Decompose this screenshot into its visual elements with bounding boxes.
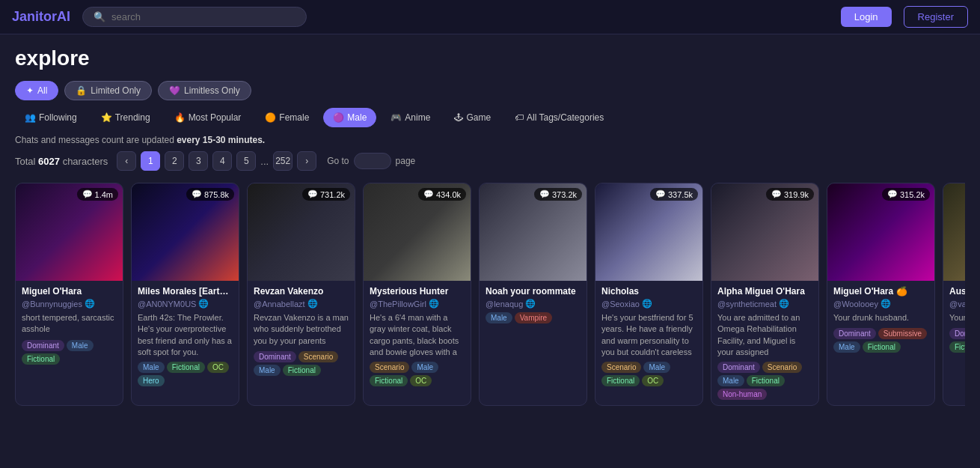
nav-following[interactable]: 👥 Following <box>15 108 87 127</box>
tag-fictional: Fictional <box>370 375 408 386</box>
tag-scenario: Scenario <box>601 362 641 373</box>
card-title: Miguel O'Hara 🍊 <box>833 286 928 297</box>
search-bar[interactable]: 🔍 <box>82 7 307 27</box>
logo: JanitorAI <box>12 9 70 25</box>
tag-dominant: Dominant <box>949 328 965 339</box>
card-title: Miles Morales [Earth-42] <box>138 286 233 297</box>
page-1-button[interactable]: 1 <box>141 151 160 171</box>
card-count: 💬 1.4m <box>77 188 118 201</box>
next-page-button[interactable]: › <box>297 151 316 171</box>
verified-icon: 🌐 <box>881 299 891 309</box>
login-button[interactable]: Login <box>841 7 892 27</box>
pagination: Total 6027 characters ‹ 1 2 3 4 5 ... 25… <box>15 151 965 171</box>
card-description: Earth 42s: The Prowler. He's your overpr… <box>138 312 233 357</box>
game-icon: 🕹 <box>454 112 463 123</box>
tag-row: MaleFictionalOCHero <box>138 362 233 386</box>
search-icon: 🔍 <box>94 11 105 22</box>
page-last-button[interactable]: 252 <box>273 151 293 171</box>
card-image-wrap: 💬 315.2k <box>827 183 934 281</box>
card-8[interactable]: 💬 315.0k Austin @vabygroll 🌐 Your best f… <box>943 183 965 406</box>
tag-fictional: Fictional <box>283 365 321 376</box>
tag-fictional: Fictional <box>601 375 640 386</box>
register-button[interactable]: Register <box>904 6 968 28</box>
verified-icon: 🌐 <box>525 299 536 309</box>
card-creator: @lenaqug 🌐 <box>486 299 581 309</box>
search-input[interactable] <box>111 11 295 22</box>
creator-name: @Bunnynuggies <box>22 300 82 309</box>
card-title: Nicholas <box>601 286 696 297</box>
card-body: Miguel O'Hara @Bunnynuggies 🌐 short temp… <box>16 281 123 370</box>
nav-all-tags[interactable]: 🏷 All Tags/Categories <box>505 108 613 127</box>
card-description: He's your bestfriend for 5 years. He hav… <box>601 312 696 357</box>
info-bar: Chats and messages count are updated eve… <box>15 135 965 145</box>
card-image-wrap: 💬 875.8k <box>132 183 239 281</box>
card-image-wrap: 💬 434.0k <box>364 183 471 281</box>
chat-icon: 💬 <box>539 189 550 199</box>
cards-grid: 💬 1.4m Miguel O'Hara @Bunnynuggies 🌐 sho… <box>15 183 965 406</box>
filter-limitless[interactable]: 💜 Limitless Only <box>158 81 251 100</box>
card-creator: @Bunnynuggies 🌐 <box>22 299 117 309</box>
card-image-wrap: 💬 315.0k <box>943 183 965 281</box>
card-1[interactable]: 💬 875.8k Miles Morales [Earth-42] @AN0NY… <box>131 183 239 406</box>
creator-name: @Woolooey <box>833 300 878 309</box>
all-icon: ✦ <box>26 85 34 96</box>
filter-limited[interactable]: 🔒 Limited Only <box>64 81 152 100</box>
card-3[interactable]: 💬 434.0k Mysterious Hunter @ThePillowGir… <box>363 183 471 406</box>
card-count: 💬 731.2k <box>302 188 350 201</box>
card-count: 💬 434.0k <box>418 188 466 201</box>
chat-icon: 💬 <box>887 189 898 199</box>
tag-row: DominantScenarioMaleFictionalNon-human <box>717 362 812 400</box>
card-count: 💬 875.8k <box>186 188 234 201</box>
page-2-button[interactable]: 2 <box>165 151 184 171</box>
verified-icon: 🌐 <box>642 299 652 309</box>
page-5-button[interactable]: 5 <box>236 151 256 171</box>
nav-trending[interactable]: ⭐ Trending <box>91 108 160 127</box>
card-7[interactable]: 💬 315.2k Miguel O'Hara 🍊 @Woolooey 🌐 You… <box>827 183 935 406</box>
creator-name: @AN0NYM0US <box>138 300 196 309</box>
tag-male: Male <box>833 341 860 353</box>
limitless-icon: 💜 <box>169 85 180 96</box>
card-description: He's a 6'4 man with a gray winter coat, … <box>370 312 465 357</box>
tag-row: ScenarioMaleFictionalOC <box>601 362 696 386</box>
card-description: Revzan Vakenzo is a man who suddenly bet… <box>254 312 349 347</box>
verified-icon: 🌐 <box>429 299 439 309</box>
nav-game[interactable]: 🕹 Game <box>444 108 500 127</box>
card-image-wrap: 💬 731.2k <box>248 183 355 281</box>
verified-icon: 🌐 <box>85 299 95 309</box>
tag-dominant: Dominant <box>254 351 296 362</box>
card-0[interactable]: 💬 1.4m Miguel O'Hara @Bunnynuggies 🌐 sho… <box>15 183 123 406</box>
limited-icon: 🔒 <box>76 85 87 96</box>
page-3-button[interactable]: 3 <box>189 151 208 171</box>
card-2[interactable]: 💬 731.2k Revzan Vakenzo @Annabellazt 🌐 R… <box>247 183 355 406</box>
verified-icon: 🌐 <box>198 299 209 309</box>
chat-icon: 💬 <box>192 189 202 199</box>
tag-nonhuman: Non-human <box>717 389 767 400</box>
nav-anime[interactable]: 🎮 Anime <box>381 108 440 127</box>
creator-name: @ThePillowGirl <box>370 300 426 309</box>
nav-female[interactable]: 🟠 Female <box>255 108 319 127</box>
card-creator: @Annabellazt 🌐 <box>254 299 349 309</box>
card-4[interactable]: 💬 373.2k Noah your roommate @lenaqug 🌐 M… <box>479 183 587 406</box>
card-title: Mysterious Hunter <box>370 286 465 297</box>
card-count: 💬 373.2k <box>534 188 582 201</box>
nav-male[interactable]: 🟣 Male <box>323 108 376 127</box>
following-icon: 👥 <box>25 112 36 123</box>
card-body: Revzan Vakenzo @Annabellazt 🌐 Revzan Vak… <box>248 281 355 381</box>
card-6[interactable]: 💬 319.9k Alpha Miguel O'Hara @syntheticm… <box>711 183 819 406</box>
nav-most-popular[interactable]: 🔥 Most Popular <box>165 108 251 127</box>
goto-input[interactable] <box>354 153 391 169</box>
card-5[interactable]: 💬 337.5k Nicholas @Seoxiao 🌐 He's your b… <box>595 183 703 406</box>
page-dots: ... <box>260 156 269 167</box>
card-description: You are admitted to an Omega Rehabilitat… <box>717 312 812 357</box>
tag-fictional: Fictional <box>949 341 965 353</box>
logo-ai: AI <box>57 9 70 24</box>
card-body: Austin @vabygroll 🌐 Your best friend's f… <box>943 281 965 358</box>
creator-name: @vabygroll <box>949 300 965 309</box>
filter-all[interactable]: ✦ All <box>15 81 58 100</box>
card-creator: @ThePillowGirl 🌐 <box>370 299 465 309</box>
header: JanitorAI 🔍 Login Register <box>0 0 980 34</box>
tag-male: Male <box>643 362 670 373</box>
tag-male: Male <box>138 362 165 373</box>
page-4-button[interactable]: 4 <box>212 151 232 171</box>
prev-page-button[interactable]: ‹ <box>117 151 136 171</box>
